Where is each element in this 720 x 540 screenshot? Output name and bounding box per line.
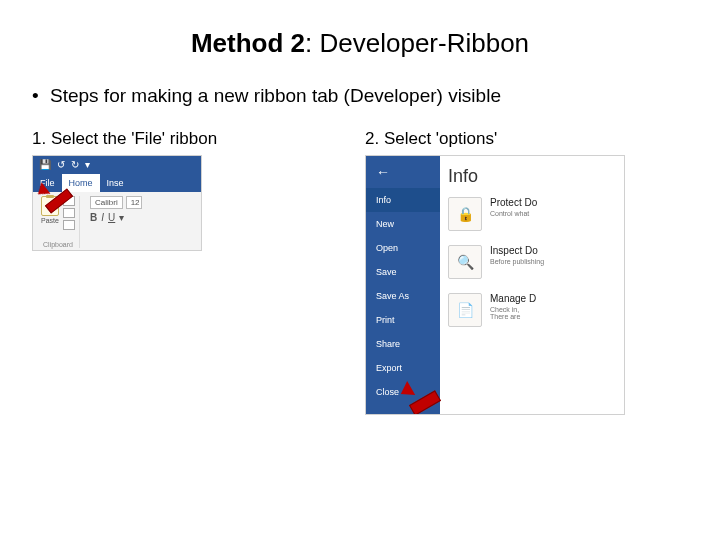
copy-icon[interactable] xyxy=(63,208,75,218)
sidebar-item-saveas[interactable]: Save As xyxy=(366,284,440,308)
info-pane: Info Protect Do Control what Inspect Do … xyxy=(440,156,624,414)
check-issues-icon[interactable] xyxy=(448,245,482,279)
tab-home[interactable]: Home xyxy=(62,174,100,192)
step1-label: 1. Select the 'File' ribbon xyxy=(32,129,355,149)
ribbon-body: Paste Clipboard Calibri 1 xyxy=(33,192,201,250)
info-title: Info xyxy=(448,166,616,187)
title-rest: : Developer-Ribbon xyxy=(305,28,529,58)
clipboard-label: Clipboard xyxy=(43,241,73,248)
bullet-line: •Steps for making a new ribbon tab (Deve… xyxy=(32,85,688,107)
sidebar-item-export[interactable]: Export xyxy=(366,356,440,380)
inspect-block: Inspect Do Before publishing xyxy=(448,245,616,279)
font-name-box[interactable]: Calibri xyxy=(90,196,123,209)
inspect-sub: Before publishing xyxy=(490,258,544,265)
bullet-text: Steps for making a new ribbon tab (Devel… xyxy=(50,85,501,106)
font-more-icon[interactable]: ▾ xyxy=(119,212,124,223)
bold-button[interactable]: B xyxy=(90,212,97,223)
manage-block: Manage D Check in, There are xyxy=(448,293,616,327)
bullet-dot: • xyxy=(32,85,50,107)
font-size-box[interactable]: 12 xyxy=(126,196,142,209)
file-backstage-screenshot: ← Info New Open Save Save As Print Share… xyxy=(365,155,625,415)
title-bold: Method 2 xyxy=(191,28,305,58)
slide-title: Method 2: Developer-Ribbon xyxy=(32,28,688,59)
protect-block: Protect Do Control what xyxy=(448,197,616,231)
font-group: Calibri 12 B I U ▾ xyxy=(86,196,146,248)
protect-document-icon[interactable] xyxy=(448,197,482,231)
redo-icon[interactable]: ↻ xyxy=(71,160,79,170)
tab-insert[interactable]: Inse xyxy=(100,174,131,192)
paste-icon[interactable] xyxy=(41,196,59,216)
format-painter-icon[interactable] xyxy=(63,220,75,230)
sidebar-item-open[interactable]: Open xyxy=(366,236,440,260)
step2-label: 2. Select 'options' xyxy=(365,129,688,149)
protect-header: Protect Do xyxy=(490,197,537,208)
file-sidebar: ← Info New Open Save Save As Print Share… xyxy=(366,156,440,414)
sidebar-item-print[interactable]: Print xyxy=(366,308,440,332)
tab-file[interactable]: File xyxy=(33,174,62,192)
font-group-label xyxy=(115,241,117,248)
manage-header: Manage D xyxy=(490,293,536,304)
italic-button[interactable]: I xyxy=(101,212,104,223)
sidebar-item-new[interactable]: New xyxy=(366,212,440,236)
manage-sub1: Check in, xyxy=(490,306,536,313)
quick-access-toolbar: 💾 ↺ ↻ ▾ xyxy=(33,156,201,174)
cut-icon[interactable] xyxy=(63,196,75,206)
protect-sub: Control what xyxy=(490,210,537,217)
inspect-header: Inspect Do xyxy=(490,245,544,256)
sidebar-item-share[interactable]: Share xyxy=(366,332,440,356)
qat-more-icon[interactable]: ▾ xyxy=(85,160,90,170)
save-icon[interactable]: 💾 xyxy=(39,160,51,170)
undo-icon[interactable]: ↺ xyxy=(57,160,65,170)
sidebar-item-close[interactable]: Close xyxy=(366,380,440,404)
word-ribbon-screenshot: 💾 ↺ ↻ ▾ File Home Inse Paste xyxy=(32,155,202,251)
ribbon-tabs: File Home Inse xyxy=(33,174,201,192)
back-button[interactable]: ← xyxy=(366,156,440,188)
sidebar-item-info[interactable]: Info xyxy=(366,188,440,212)
clipboard-group: Paste Clipboard xyxy=(37,196,80,248)
sidebar-item-save[interactable]: Save xyxy=(366,260,440,284)
paste-label: Paste xyxy=(41,217,59,224)
manage-document-icon[interactable] xyxy=(448,293,482,327)
manage-sub2: There are xyxy=(490,313,536,320)
underline-button[interactable]: U xyxy=(108,212,115,223)
